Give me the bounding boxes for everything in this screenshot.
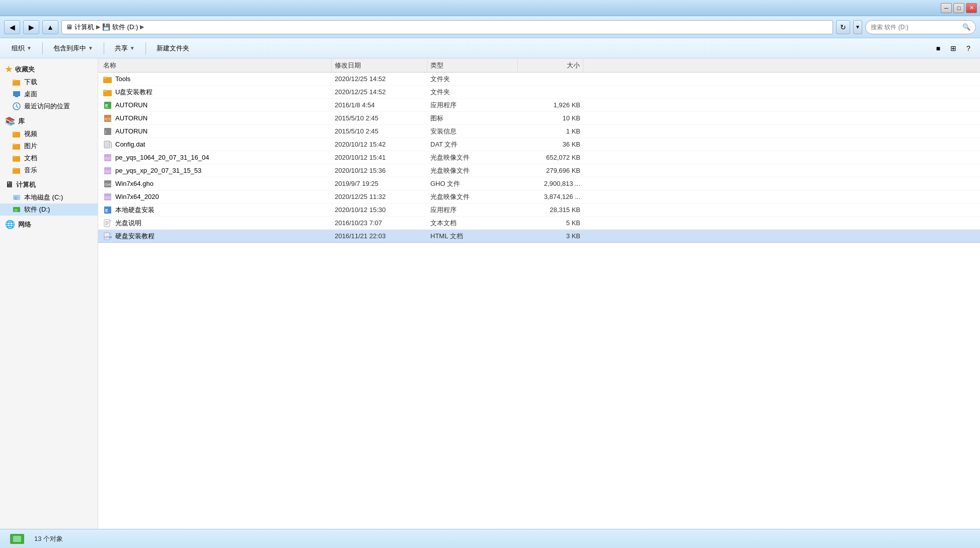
window-controls: ─ □ ✕ xyxy=(941,3,977,13)
forward-button[interactable]: ▶ xyxy=(23,20,39,34)
file-date-cell: 2015/5/10 2:45 xyxy=(332,127,427,135)
sidebar-item-music[interactable]: 音乐 xyxy=(0,164,98,176)
table-row[interactable]: ISO pe_yqs_xp_20_07_31_15_53 2020/10/12 … xyxy=(98,164,980,177)
breadcrumb-drive[interactable]: 软件 (D:) xyxy=(112,23,138,32)
table-row[interactable]: ICO AUTORUN 2015/5/10 2:45 图标 10 KB xyxy=(98,112,980,125)
svg-rect-8 xyxy=(13,144,16,145)
close-button[interactable]: ✕ xyxy=(966,3,977,13)
search-input[interactable] xyxy=(871,24,960,31)
sidebar-item-download[interactable]: 下载 xyxy=(0,76,98,88)
organize-arrow: ▼ xyxy=(27,45,32,51)
file-date-cell: 2020/10/12 15:41 xyxy=(332,154,427,161)
star-icon: ★ xyxy=(5,64,12,74)
col-header-date[interactable]: 修改日期 xyxy=(332,58,427,72)
col-header-size[interactable]: 大小 xyxy=(518,58,583,72)
file-date-cell: 2020/10/12 15:30 xyxy=(332,206,427,214)
status-icon xyxy=(8,530,26,548)
archive-button[interactable]: 包含到库中 ▼ xyxy=(47,41,100,56)
svg-rect-20 xyxy=(103,90,107,92)
svg-marker-46 xyxy=(110,233,111,234)
file-name-cell: ISO pe_yqs_1064_20_07_31_16_04 xyxy=(100,153,332,162)
table-row[interactable]: 光盘说明 2016/10/23 7:07 文本文档 5 KB xyxy=(98,217,980,230)
col-header-type[interactable]: 类型 xyxy=(427,58,518,72)
file-icon xyxy=(103,75,112,84)
file-icon: E xyxy=(103,101,112,110)
file-date-cell: 2015/5/10 2:45 xyxy=(332,114,427,122)
table-row[interactable]: Tools 2020/12/25 14:52 文件夹 xyxy=(98,73,980,86)
local-disk-c-icon: C: xyxy=(12,193,21,202)
svg-text:i: i xyxy=(105,129,106,134)
network-header[interactable]: 🌐 网络 xyxy=(0,218,98,231)
sidebar-item-video[interactable]: 视频 xyxy=(0,128,98,140)
file-size-cell: 652,072 KB xyxy=(518,154,583,161)
preview-pane-button[interactable]: ⊞ xyxy=(947,42,960,55)
svg-text:ISO: ISO xyxy=(105,157,111,160)
computer-header[interactable]: 🖥 计算机 xyxy=(0,178,98,191)
library-section: 📚 库 视频 图片 文档 xyxy=(0,114,98,176)
file-type-cell: 图标 xyxy=(427,114,518,123)
file-size-cell: 5 KB xyxy=(518,219,583,227)
document-folder-icon xyxy=(12,154,21,163)
sidebar-item-picture[interactable]: 图片 xyxy=(0,140,98,152)
svg-text:GHO: GHO xyxy=(105,183,112,186)
table-row[interactable]: E 本地硬盘安装 2020/10/12 15:30 应用程序 28,315 KB xyxy=(98,203,980,217)
table-row[interactable]: ISO pe_yqs_1064_20_07_31_16_04 2020/10/1… xyxy=(98,151,980,164)
sidebar-item-recent[interactable]: 最近访问的位置 xyxy=(0,100,98,112)
maximize-button[interactable]: □ xyxy=(953,3,964,13)
file-size-cell: 3,874,126 ... xyxy=(518,193,583,200)
network-section: 🌐 网络 xyxy=(0,218,98,231)
file-type-cell: 安装信息 xyxy=(427,127,518,136)
refresh-button[interactable]: ↻ xyxy=(836,20,850,34)
file-icon: GHO xyxy=(103,179,112,188)
file-name: Win7x64.gho xyxy=(115,180,154,187)
sidebar-item-software-d[interactable]: D: 软件 (D:) xyxy=(0,203,98,216)
organize-button[interactable]: 组织 ▼ xyxy=(5,41,38,56)
file-size-cell: 36 KB xyxy=(518,141,583,148)
table-row[interactable]: Config.dat 2020/10/12 15:42 DAT 文件 36 KB xyxy=(98,138,980,151)
svg-rect-6 xyxy=(13,131,16,133)
document-label: 文档 xyxy=(24,154,37,163)
favorites-header[interactable]: ★ 收藏夹 xyxy=(0,62,98,76)
col-date-label: 修改日期 xyxy=(335,61,361,70)
organize-label: 组织 xyxy=(12,44,25,53)
file-name: 光盘说明 xyxy=(115,219,141,228)
svg-rect-12 xyxy=(13,168,16,169)
file-type-cell: 文件夹 xyxy=(427,75,518,84)
address-dropdown-button[interactable]: ▼ xyxy=(853,20,862,34)
sidebar-item-desktop[interactable]: 桌面 xyxy=(0,88,98,100)
file-type-cell: 光盘映像文件 xyxy=(427,166,518,175)
col-header-name[interactable]: 名称 xyxy=(100,58,332,72)
file-name: pe_yqs_xp_20_07_31_15_53 xyxy=(115,167,201,174)
file-icon xyxy=(103,88,112,97)
status-bar: 13 个对象 xyxy=(0,529,980,548)
file-name-cell: E AUTORUN xyxy=(100,101,332,110)
library-header[interactable]: 📚 库 xyxy=(0,114,98,128)
table-row[interactable]: HTML 硬盘安装教程 2016/11/21 22:03 HTML 文档 3 K… xyxy=(98,230,980,243)
file-date-cell: 2020/10/12 15:36 xyxy=(332,167,427,174)
table-row[interactable]: i AUTORUN 2015/5/10 2:45 安装信息 1 KB xyxy=(98,125,980,138)
table-row[interactable]: ISO Win7x64_2020 2020/12/25 11:32 光盘映像文件… xyxy=(98,190,980,203)
breadcrumb-sep2: ▶ xyxy=(140,24,144,30)
software-d-icon: D: xyxy=(12,205,21,214)
newfolder-button[interactable]: 新建文件夹 xyxy=(150,41,196,56)
back-button[interactable]: ◀ xyxy=(4,20,20,34)
table-row[interactable]: E AUTORUN 2016/1/8 4:54 应用程序 1,926 KB xyxy=(98,99,980,112)
minimize-button[interactable]: ─ xyxy=(941,3,952,13)
view-mode-button[interactable]: ■ xyxy=(932,42,945,55)
file-name: AUTORUN xyxy=(115,101,147,109)
help-button[interactable]: ? xyxy=(962,42,975,55)
up-button[interactable]: ▲ xyxy=(42,20,58,34)
breadcrumb-computer[interactable]: 计算机 xyxy=(74,23,94,32)
share-button[interactable]: 共享 ▼ xyxy=(108,41,141,56)
file-type-cell: DAT 文件 xyxy=(427,140,518,149)
search-bar[interactable]: 🔍 xyxy=(865,20,976,34)
sidebar-item-local-c[interactable]: C: 本地磁盘 (C:) xyxy=(0,191,98,203)
table-row[interactable]: U盘安装教程 2020/12/25 14:52 文件夹 xyxy=(98,86,980,99)
file-date-cell: 2020/10/12 15:42 xyxy=(332,141,427,148)
table-row[interactable]: GHO Win7x64.gho 2019/9/7 19:25 GHO 文件 2,… xyxy=(98,177,980,190)
sidebar-item-document[interactable]: 文档 xyxy=(0,152,98,164)
svg-rect-3 xyxy=(15,96,18,97)
file-type-cell: 文件夹 xyxy=(427,88,518,97)
file-name-cell: HTML 硬盘安装教程 xyxy=(100,232,332,241)
address-bar[interactable]: 🖥 计算机 ▶ 💾 软件 (D:) ▶ xyxy=(61,20,833,34)
